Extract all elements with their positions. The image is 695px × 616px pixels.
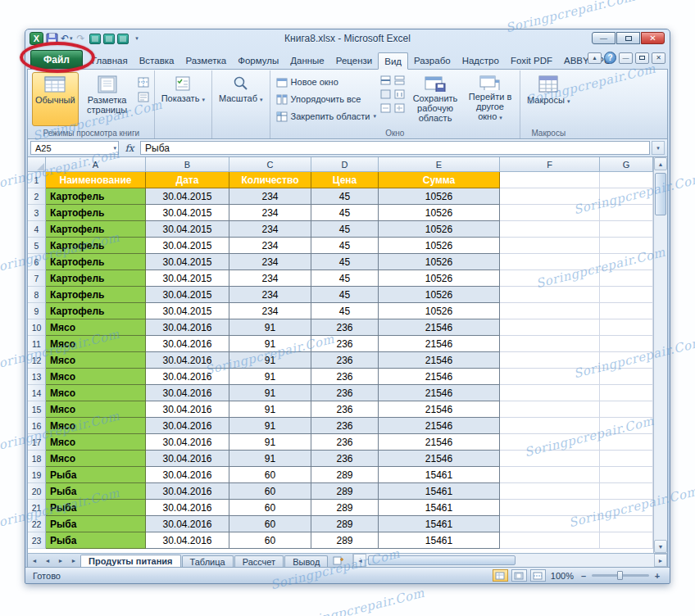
cell-B7[interactable]: 30.04.2015 [146, 270, 229, 287]
cell-D22[interactable]: 289 [311, 516, 379, 532]
cell-F9[interactable] [500, 303, 600, 319]
column-header-A[interactable]: A [46, 157, 146, 172]
cell-D19[interactable]: 289 [311, 467, 379, 483]
cell-D14[interactable]: 236 [311, 385, 379, 401]
cell-B6[interactable]: 30.04.2015 [146, 254, 229, 270]
hide-window-icon[interactable] [380, 89, 391, 99]
cell-E18[interactable]: 21546 [379, 451, 500, 467]
sheet-tab-Вывод[interactable]: Вывод [284, 555, 328, 567]
page-layout-button[interactable]: Разметка страницы [79, 72, 136, 126]
cell-D7[interactable]: 45 [311, 270, 379, 287]
cell-G22[interactable] [600, 516, 653, 532]
ribbon-tab-Данные[interactable]: Данные [284, 52, 330, 69]
cell-A12[interactable]: Мясо [46, 352, 146, 369]
ribbon-tab-Рецензи[interactable]: Рецензи [330, 52, 378, 69]
cell-G1[interactable] [600, 172, 653, 188]
ribbon-tab-Надстро[interactable]: Надстро [457, 52, 505, 69]
next-sheet-icon[interactable]: ► [54, 554, 67, 567]
cell-C15[interactable]: 91 [229, 401, 311, 418]
cell-G23[interactable] [600, 532, 653, 549]
cell-F23[interactable] [500, 532, 600, 549]
cell-F11[interactable] [500, 336, 600, 352]
column-header-F[interactable]: F [500, 157, 600, 172]
workbook-close-button[interactable]: ✕ [652, 52, 665, 64]
cell-C20[interactable]: 60 [229, 483, 311, 500]
cell-D13[interactable]: 236 [311, 369, 379, 385]
cell-F2[interactable] [500, 188, 600, 205]
row-header-17[interactable]: 17 [28, 434, 46, 451]
status-page-break-button[interactable] [530, 569, 546, 582]
cell-D10[interactable]: 236 [311, 319, 379, 336]
cell-G18[interactable] [600, 451, 653, 467]
cell-A9[interactable]: Картофель [46, 303, 146, 319]
row-header-13[interactable]: 13 [28, 369, 46, 385]
cell-F10[interactable] [500, 319, 600, 336]
cell-B11[interactable]: 30.04.2016 [146, 336, 229, 352]
cell-C22[interactable]: 60 [229, 516, 311, 532]
vertical-scroll-thumb[interactable] [655, 173, 666, 215]
workbook-minimize-button[interactable]: — [619, 52, 633, 64]
first-sheet-icon[interactable]: ◄ [28, 554, 41, 567]
close-button[interactable]: ✕ [641, 32, 665, 44]
scroll-up-icon[interactable]: ▲ [654, 157, 667, 170]
cell-F3[interactable] [500, 205, 600, 221]
cell-B16[interactable]: 30.04.2016 [146, 418, 229, 434]
column-header-E[interactable]: E [379, 157, 500, 172]
insert-worksheet-button[interactable] [329, 554, 348, 567]
cell-G17[interactable] [600, 434, 653, 451]
cell-D9[interactable]: 45 [311, 303, 379, 319]
zoom-level[interactable]: 100% [551, 571, 574, 581]
cell-C5[interactable]: 234 [229, 238, 311, 254]
sheet-tab-Рассчет[interactable]: Рассчет [234, 555, 284, 567]
scroll-down-icon[interactable]: ▼ [654, 540, 667, 553]
cell-E6[interactable]: 10526 [379, 254, 500, 270]
cell-G20[interactable] [600, 483, 653, 500]
sheet-tab-Таблица[interactable]: Таблица [182, 555, 234, 567]
cell-C23[interactable]: 60 [229, 532, 311, 549]
row-header-20[interactable]: 20 [28, 483, 46, 500]
maximize-button[interactable] [616, 32, 640, 44]
cell-B23[interactable]: 30.04.2016 [146, 532, 229, 549]
cell-D2[interactable]: 45 [311, 188, 379, 205]
ribbon-tab-Вставка[interactable]: Вставка [134, 52, 180, 69]
row-header-19[interactable]: 19 [28, 467, 46, 483]
ribbon-tab-Вид[interactable]: Вид [378, 52, 408, 70]
status-normal-view-button[interactable] [493, 569, 508, 582]
cell-A13[interactable]: Мясо [46, 369, 146, 385]
row-header-5[interactable]: 5 [28, 238, 46, 254]
cell-A1[interactable]: Наименование [46, 172, 146, 188]
cell-F6[interactable] [500, 254, 600, 270]
horizontal-scroll-thumb[interactable] [368, 555, 516, 565]
cell-F13[interactable] [500, 369, 600, 385]
cell-E3[interactable]: 10526 [379, 205, 500, 221]
row-header-1[interactable]: 1 [28, 172, 46, 188]
cell-A23[interactable]: Рыба [46, 532, 146, 549]
cell-G13[interactable] [600, 369, 653, 385]
normal-view-button[interactable]: Обычный [32, 72, 79, 126]
status-page-layout-button[interactable] [511, 569, 527, 582]
cell-D17[interactable]: 236 [311, 434, 379, 451]
zoom-out-button[interactable]: – [579, 571, 588, 581]
cell-C8[interactable]: 234 [229, 287, 311, 303]
cell-F17[interactable] [500, 434, 600, 451]
cell-C16[interactable]: 91 [229, 418, 311, 434]
cell-A22[interactable]: Рыба [46, 516, 146, 532]
cell-B14[interactable]: 30.04.2016 [146, 385, 229, 401]
cell-E4[interactable]: 10526 [379, 221, 500, 238]
cell-B17[interactable]: 30.04.2016 [146, 434, 229, 451]
cell-E13[interactable]: 21546 [379, 369, 500, 385]
row-header-15[interactable]: 15 [28, 401, 46, 418]
cell-B1[interactable]: Дата [146, 172, 229, 188]
row-header-10[interactable]: 10 [28, 319, 46, 336]
cell-B18[interactable]: 30.04.2016 [146, 451, 229, 467]
cell-E12[interactable]: 21546 [379, 352, 500, 369]
cell-B13[interactable]: 30.04.2016 [146, 369, 229, 385]
cell-C10[interactable]: 91 [229, 319, 311, 336]
cell-A20[interactable]: Рыба [46, 483, 146, 500]
cell-A17[interactable]: Мясо [46, 434, 146, 451]
column-header-D[interactable]: D [311, 157, 379, 172]
cell-A19[interactable]: Рыба [46, 467, 146, 483]
cell-B8[interactable]: 30.04.2015 [146, 287, 229, 303]
cell-B4[interactable]: 30.04.2015 [146, 221, 229, 238]
page-break-preview-icon[interactable] [138, 77, 149, 88]
